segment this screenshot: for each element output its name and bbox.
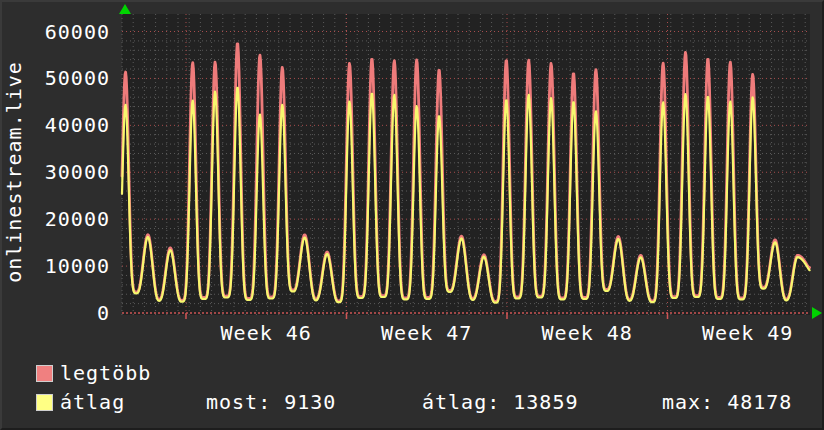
legend-swatch-legtobb: [36, 365, 53, 382]
graph-page: { "site_label": "onlinestream.live", "co…: [0, 0, 824, 430]
y-axis-tick-labels: 0 10000 20000 30000 40000 50000 60000: [45, 20, 110, 326]
legend-label-atlag: átlag: [60, 390, 125, 414]
y-tick-30000: 30000: [45, 160, 110, 184]
y-tick-10000: 10000: [45, 254, 110, 278]
stat-max: max: 48178: [662, 390, 792, 414]
y-tick-50000: 50000: [45, 66, 110, 90]
y-tick-60000: 60000: [45, 20, 110, 44]
y-tick-20000: 20000: [45, 207, 110, 231]
x-tick-week-49: Week 49: [702, 321, 793, 345]
y-axis-arrow-icon: [119, 4, 131, 14]
y-tick-40000: 40000: [45, 113, 110, 137]
x-tick-week-46: Week 46: [221, 321, 312, 345]
x-tick-week-48: Week 48: [542, 321, 633, 345]
x-axis-tick-labels: Week 46 Week 47 Week 48 Week 49: [221, 321, 794, 345]
stat-most: most: 9130: [206, 390, 336, 414]
x-axis-arrow-icon: [812, 307, 822, 319]
stat-atlag: átlag: 13859: [422, 390, 579, 414]
y-tick-0: 0: [97, 301, 110, 325]
graph-canvas: onlinestream.live 0 10000 20000 30000 40…: [0, 0, 824, 356]
x-tick-week-47: Week 47: [381, 321, 472, 345]
vertical-site-label: onlinestream.live: [2, 61, 26, 283]
legend-label-legtobb: legtöbb: [60, 361, 151, 385]
legend-swatch-atlag: [36, 394, 53, 411]
